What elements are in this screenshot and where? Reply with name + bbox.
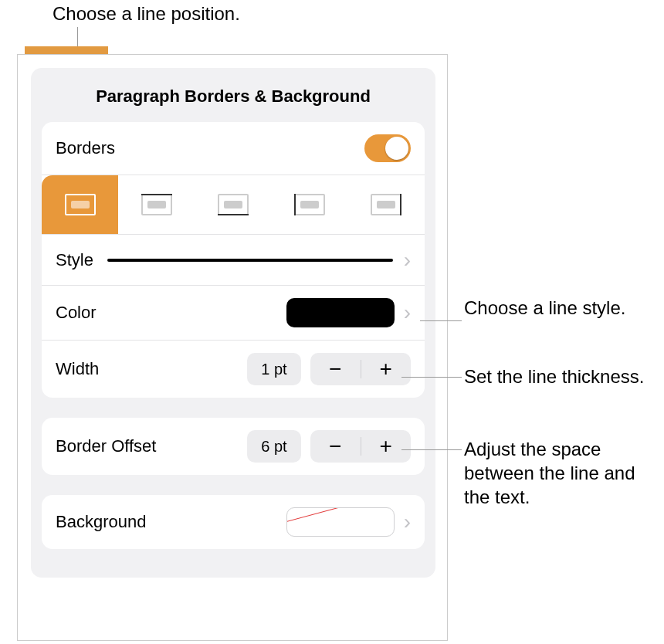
style-label: Style: [56, 250, 93, 270]
border-position-top-button[interactable]: [118, 175, 195, 234]
left-border-icon: [290, 191, 330, 219]
width-label: Width: [56, 359, 99, 379]
border-position-segmented: [42, 175, 425, 235]
top-border-icon: [137, 191, 177, 219]
panel-title: Paragraph Borders & Background: [31, 68, 435, 122]
callout-leader-line: [401, 449, 462, 450]
callout-line-thickness: Set the line thickness.: [464, 364, 644, 388]
chevron-right-icon: ›: [404, 511, 411, 533]
offset-stepper: − +: [310, 430, 411, 463]
border-position-bottom-button[interactable]: [195, 175, 271, 234]
callout-line-style: Choose a line style.: [464, 296, 625, 320]
style-row[interactable]: Style ›: [42, 235, 425, 286]
width-row: Width 1 pt − +: [42, 341, 425, 398]
color-row[interactable]: Color ›: [42, 286, 425, 341]
offset-card: Border Offset 6 pt − +: [42, 418, 425, 475]
chevron-right-icon: ›: [404, 249, 411, 271]
width-decrement-button[interactable]: −: [310, 353, 361, 385]
offset-decrement-button[interactable]: −: [310, 430, 361, 463]
bottom-border-icon: [213, 191, 253, 219]
callout-border-offset: Adjust the space between the line and th…: [464, 437, 657, 510]
chevron-right-icon: ›: [404, 302, 411, 324]
line-style-preview: [107, 259, 393, 262]
borders-background-panel: Paragraph Borders & Background Borders: [31, 68, 435, 578]
callout-leader-line: [420, 320, 462, 321]
background-row[interactable]: Background ›: [42, 495, 425, 549]
borders-toggle-row: Borders: [42, 122, 425, 175]
width-value: 1 pt: [247, 353, 301, 385]
borders-card: Borders: [42, 122, 425, 398]
background-none-swatch: [286, 507, 395, 537]
width-stepper: − +: [310, 353, 411, 385]
callout-leader-line: [401, 377, 462, 378]
callout-line-position: Choose a line position.: [53, 3, 240, 25]
border-position-right-button[interactable]: [348, 175, 425, 234]
right-border-icon: [366, 191, 406, 219]
color-swatch: [286, 298, 395, 327]
border-position-box-button[interactable]: [42, 175, 118, 234]
offset-increment-button[interactable]: +: [361, 430, 412, 463]
offset-row: Border Offset 6 pt − +: [42, 418, 425, 475]
width-increment-button[interactable]: +: [361, 353, 412, 385]
box-border-icon: [60, 191, 100, 219]
offset-value: 6 pt: [247, 430, 301, 463]
border-position-left-button[interactable]: [272, 175, 348, 234]
panel-back-row[interactable]: Paragraph Borders & Background ›: [31, 569, 435, 578]
background-card: Background ›: [42, 495, 425, 549]
color-label: Color: [56, 303, 97, 323]
background-label: Background: [56, 512, 146, 532]
offset-label: Border Offset: [56, 436, 156, 456]
borders-toggle[interactable]: [364, 134, 411, 162]
borders-label: Borders: [56, 138, 115, 158]
